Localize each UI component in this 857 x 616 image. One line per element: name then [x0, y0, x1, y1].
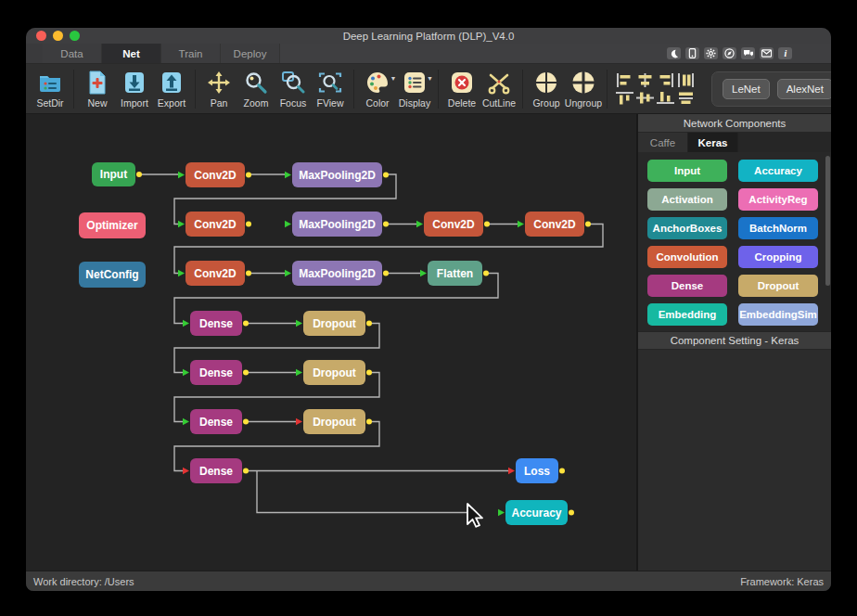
toolbar-button-zoom[interactable]: Zoom: [237, 69, 275, 109]
toolbar-button-fview[interactable]: FView: [312, 69, 349, 109]
component-embeddingsim[interactable]: EmbeddingSim: [738, 303, 818, 326]
output-port-input[interactable]: [136, 172, 142, 177]
output-port-conv2d_1[interactable]: [246, 173, 251, 178]
node-maxpool_1[interactable]: MaxPooling2D: [292, 162, 382, 187]
node-input[interactable]: Input: [92, 162, 135, 186]
input-arrow-dropout_1[interactable]: [296, 320, 302, 327]
distribute-h-button[interactable]: [677, 73, 695, 87]
node-dense_3[interactable]: Dense: [190, 409, 242, 434]
network-canvas[interactable]: InputConv2DMaxPooling2DOptimizerConv2DMa…: [26, 114, 636, 571]
toolbar-button-color[interactable]: ▼Color: [359, 69, 396, 109]
output-port-conv2d_5[interactable]: [246, 271, 251, 276]
component-cropping[interactable]: Cropping: [738, 246, 818, 268]
input-arrow-dense_1[interactable]: [183, 320, 189, 327]
output-port-maxpool_2[interactable]: [383, 222, 389, 227]
node-dense_2[interactable]: Dense: [190, 360, 242, 385]
node-flatten[interactable]: Flatten: [428, 261, 482, 286]
input-arrow-dense_4[interactable]: [183, 468, 189, 475]
node-dense_4[interactable]: Dense: [190, 458, 242, 483]
input-arrow-loss[interactable]: [508, 468, 515, 475]
toolbar-button-setdir[interactable]: SetDir: [32, 69, 69, 109]
input-arrow-maxpool_3[interactable]: [285, 270, 291, 277]
input-arrow-conv2d_5[interactable]: [178, 270, 185, 277]
framework-tab-keras[interactable]: Keras: [688, 133, 738, 152]
toolbar-button-focus[interactable]: Focus: [275, 69, 312, 109]
distribute-v-button[interactable]: [636, 91, 654, 105]
node-conv2d_4[interactable]: Conv2D: [525, 212, 584, 237]
toolbar-button-delete[interactable]: Delete: [443, 69, 480, 109]
node-optimizer[interactable]: Optimizer: [79, 212, 146, 238]
toolbar-button-export[interactable]: Export: [153, 69, 190, 109]
output-port-dropout_2[interactable]: [366, 370, 372, 376]
input-arrow-dropout_2[interactable]: [296, 369, 302, 377]
input-arrow-conv2d_4[interactable]: [518, 221, 524, 228]
input-arrow-conv2d_1[interactable]: [178, 172, 185, 179]
toolbar-button-pan[interactable]: Pan: [200, 69, 237, 109]
node-dense_1[interactable]: Dense: [190, 311, 242, 336]
component-scrollbar[interactable]: [825, 156, 830, 286]
align-top-button[interactable]: [616, 91, 633, 105]
component-dropout[interactable]: Dropout: [738, 275, 818, 297]
compass-button[interactable]: [723, 47, 736, 59]
toolbar-button-import[interactable]: Import: [116, 69, 153, 109]
node-netconfig[interactable]: NetConfig: [79, 262, 146, 288]
node-maxpool_3[interactable]: MaxPooling2D: [292, 261, 382, 286]
component-input[interactable]: Input: [647, 160, 727, 182]
input-arrow-flatten[interactable]: [420, 270, 427, 277]
toolbar-button-group[interactable]: Group: [528, 69, 565, 109]
tab-train[interactable]: Train: [161, 44, 221, 63]
component-embedding[interactable]: Embedding: [647, 303, 727, 326]
node-maxpool_2[interactable]: MaxPooling2D: [292, 212, 382, 237]
output-port-dropout_3[interactable]: [366, 419, 372, 425]
framework-tab-caffe[interactable]: Caffe: [638, 133, 688, 152]
input-arrow-dense_3[interactable]: [183, 418, 189, 426]
input-arrow-accuracy[interactable]: [498, 509, 505, 517]
align-bottom-button[interactable]: [657, 91, 674, 105]
preset-lenet-button[interactable]: LeNet: [723, 79, 770, 99]
input-arrow-conv2d_3[interactable]: [416, 221, 423, 228]
output-port-dense_1[interactable]: [243, 321, 249, 327]
toolbar-button-display[interactable]: ▼Display: [396, 69, 433, 109]
toolbar-button-cutline[interactable]: CutLine: [480, 69, 518, 109]
node-loss[interactable]: Loss: [516, 458, 558, 483]
input-arrow-dense_2[interactable]: [183, 369, 189, 377]
tab-data[interactable]: Data: [43, 44, 102, 63]
output-port-maxpool_3[interactable]: [383, 271, 389, 276]
node-dropout_2[interactable]: Dropout: [303, 360, 365, 385]
output-port-conv2d_2[interactable]: [246, 222, 251, 227]
output-port-flatten[interactable]: [483, 271, 489, 276]
component-accuracy[interactable]: Accuracy: [738, 160, 818, 182]
output-port-dense_2[interactable]: [243, 370, 249, 376]
align-middle-h-button[interactable]: [677, 91, 695, 105]
toolbar-button-ungroup[interactable]: Ungroup: [565, 69, 602, 109]
node-conv2d_3[interactable]: Conv2D: [424, 212, 483, 237]
input-arrow-dropout_3[interactable]: [296, 418, 302, 426]
output-port-conv2d_4[interactable]: [585, 222, 591, 227]
component-activityreg[interactable]: ActivityReg: [738, 188, 818, 211]
input-arrow-maxpool_1[interactable]: [285, 172, 291, 179]
chat-button[interactable]: [741, 47, 755, 59]
align-center-v-button[interactable]: [636, 73, 654, 87]
align-left-button[interactable]: [616, 73, 633, 87]
mail-button[interactable]: [760, 47, 774, 59]
output-port-dropout_1[interactable]: [366, 321, 372, 327]
toolbar-button-new[interactable]: New: [79, 69, 116, 109]
dark-mode-button[interactable]: [667, 47, 681, 59]
node-conv2d_1[interactable]: Conv2D: [185, 162, 245, 187]
input-arrow-maxpool_2[interactable]: [285, 221, 291, 228]
component-convolution[interactable]: Convolution: [647, 246, 727, 268]
node-conv2d_5[interactable]: Conv2D: [185, 261, 245, 286]
node-dropout_1[interactable]: Dropout: [303, 311, 365, 336]
mobile-button[interactable]: [685, 47, 699, 59]
preset-alexnet-button[interactable]: AlexNet: [777, 79, 831, 99]
component-activation[interactable]: Activation: [647, 188, 727, 211]
output-port-dense_4[interactable]: [243, 468, 249, 474]
input-arrow-conv2d_2[interactable]: [178, 221, 185, 228]
output-port-conv2d_3[interactable]: [484, 222, 490, 227]
align-right-button[interactable]: [657, 73, 674, 87]
output-port-accuracy[interactable]: [569, 510, 574, 516]
component-batchnorm[interactable]: BatchNorm: [738, 217, 818, 239]
component-dense[interactable]: Dense: [647, 275, 727, 297]
output-port-loss[interactable]: [559, 468, 565, 474]
info-button[interactable]: i: [778, 47, 792, 59]
